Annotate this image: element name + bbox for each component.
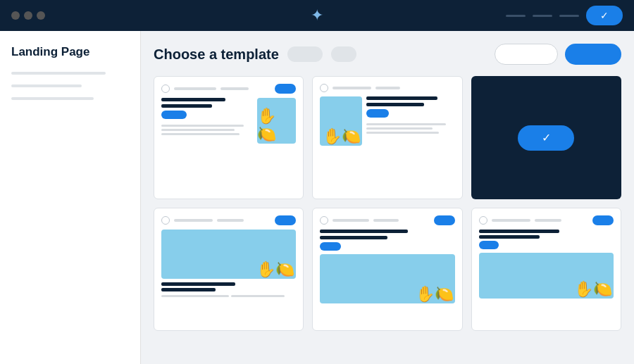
card-4-circle (161, 216, 170, 225)
card-1-body-left (161, 98, 253, 144)
card-1-line-3 (161, 133, 240, 135)
card-1-text-1 (161, 98, 225, 101)
main-layout: Landing Page Choose a template (0, 31, 634, 364)
card-1-image (257, 98, 296, 144)
logo-area: ✦ (311, 6, 323, 25)
card-6-text-2 (479, 235, 540, 239)
card-5-text-2 (320, 236, 387, 239)
card-1-subtitle-line (220, 87, 249, 90)
card-5-circle (320, 216, 328, 225)
content-header: Choose a template (154, 44, 621, 65)
card-1-top (161, 84, 296, 94)
sidebar-line-2 (11, 84, 82, 87)
card-5-image (320, 254, 454, 303)
card-5-badge (434, 215, 455, 225)
card-6-text-1 (479, 230, 560, 233)
card-6-top-left (479, 216, 561, 225)
content-header-left: Choose a template (154, 46, 356, 63)
sidebar-title: Landing Page (11, 45, 129, 59)
template-card-2[interactable] (312, 76, 462, 199)
sidebar: Landing Page (0, 31, 141, 364)
nav-line-2 (533, 15, 552, 17)
card-4-wide-image (161, 230, 296, 279)
content-header-right (495, 44, 621, 65)
card-5-top (320, 215, 454, 225)
template-card-3[interactable]: ✓ (471, 76, 621, 199)
card-1-badge (275, 84, 296, 94)
nav-line-3 (559, 15, 579, 17)
card-2-line-1 (366, 123, 446, 125)
card-2-top (320, 84, 454, 92)
card-6-circle (479, 216, 487, 225)
card-4-top (161, 215, 296, 225)
sidebar-line-3 (11, 97, 94, 100)
card-6-cta (479, 241, 499, 249)
card-1-lemon (257, 98, 296, 144)
card-1-circle (161, 84, 170, 93)
card-4-title-line (174, 219, 213, 222)
card-5-subtitle-line (373, 219, 399, 222)
template-card-5[interactable] (312, 208, 462, 331)
card-4-lemon (161, 230, 296, 279)
card-1-body (161, 98, 296, 144)
card-2-line-3 (366, 132, 439, 134)
app-logo-icon: ✦ (311, 6, 323, 24)
card-2-body (320, 96, 454, 146)
filter-pill-1[interactable] (287, 46, 323, 62)
template-card-4[interactable] (154, 208, 304, 331)
card-5-title-line (332, 219, 369, 222)
card-2-lemon (320, 96, 362, 146)
traffic-light-max[interactable] (37, 11, 45, 20)
card-6-image (479, 253, 614, 299)
template-card-6[interactable] (471, 208, 621, 331)
top-bar-right: ✓ (506, 6, 623, 25)
selected-check: ✓ (518, 125, 574, 151)
card-1-text-2 (161, 104, 212, 108)
card-5-top-left (320, 216, 399, 225)
card-6-top (479, 215, 614, 225)
card-2-image (320, 96, 362, 146)
top-bar: ✦ ✓ (0, 0, 634, 31)
sidebar-line-1 (11, 72, 106, 75)
card-5-lemon (320, 254, 454, 303)
traffic-light-close[interactable] (11, 11, 20, 20)
card-1-cta (161, 111, 187, 119)
search-button[interactable] (495, 44, 558, 65)
filter-pill-2[interactable] (331, 46, 356, 62)
template-grid: ✓ (154, 76, 621, 331)
create-button[interactable] (565, 44, 621, 65)
card-4-line-2 (231, 295, 285, 297)
card-6-lemon (479, 253, 614, 299)
card-6-title-line (492, 219, 530, 222)
confirm-button[interactable]: ✓ (586, 6, 623, 25)
card-2-text-2 (366, 103, 423, 106)
card-2-cta (366, 109, 389, 118)
card-5-cta (320, 242, 341, 251)
card-4-text-1 (161, 282, 235, 286)
card-2-top-left (320, 84, 400, 92)
card-4-badge (275, 215, 296, 225)
traffic-light-min[interactable] (24, 11, 32, 20)
card-2-title-line (332, 87, 371, 89)
card-5-text-1 (320, 230, 407, 233)
card-6-badge (592, 215, 614, 225)
card-2-line-2 (366, 127, 433, 130)
card-1-title-line (174, 87, 216, 90)
card-4-line-1 (161, 295, 229, 297)
template-card-1[interactable] (154, 76, 304, 199)
card-1-line-2 (161, 129, 235, 131)
card-2-body-left (366, 96, 454, 146)
card-1-top-left (161, 84, 249, 93)
page-title: Choose a template (154, 46, 279, 63)
card-2-subtitle-line (375, 87, 400, 89)
card-2-circle (320, 84, 328, 92)
card-4-text-2 (161, 288, 216, 291)
card-2-text-1 (366, 96, 437, 100)
window-controls (11, 11, 45, 20)
card-1-line-1 (161, 125, 244, 127)
nav-line-1 (506, 15, 526, 17)
card-6-subtitle-line (535, 219, 561, 222)
card-4-top-left (161, 216, 244, 225)
content-area: Choose a template (141, 31, 634, 364)
card-4-subtitle-line (217, 219, 244, 222)
